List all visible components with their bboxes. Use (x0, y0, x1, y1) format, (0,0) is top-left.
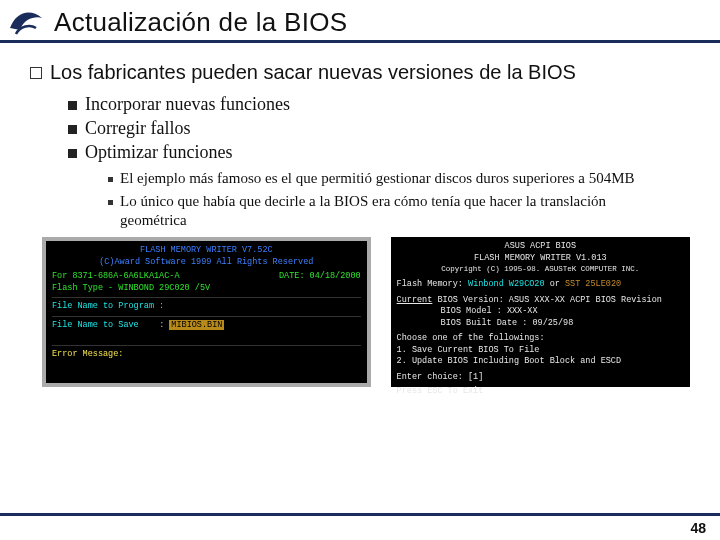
bullet-level3: Lo único que había que decirle a la BIOS… (108, 192, 672, 230)
award-title-2: (C)Award Software 1999 All Rights Reserv… (52, 257, 361, 268)
bullet-level2-text: Incorporar nuevas funciones (85, 94, 290, 115)
asus-flash-or: or (550, 279, 560, 289)
award-error-label: Error Message: (52, 349, 361, 360)
filled-square-bullet-icon (68, 125, 77, 134)
asus-flash-screenshot: ASUS ACPI BIOS FLASH MEMORY WRITER V1.01… (391, 237, 690, 387)
tiny-square-bullet-icon (108, 200, 113, 205)
asus-h1: ASUS ACPI BIOS (397, 241, 684, 252)
asus-current-label: Current (397, 295, 433, 305)
asus-bios-date: BIOS Built Date : 09/25/98 (397, 318, 684, 329)
filled-square-bullet-icon (68, 101, 77, 110)
divider (52, 345, 361, 346)
asus-flash-label: Flash Memory: (397, 279, 463, 289)
slide-content: Los fabricantes pueden sacar nuevas vers… (0, 43, 720, 387)
filled-square-bullet-icon (68, 149, 77, 158)
screenshot-row: FLASH MEMORY WRITER V7.52C (C)Award Soft… (30, 237, 702, 387)
bullet-level2-text: Optimizar funciones (85, 142, 232, 163)
footer-divider (0, 513, 720, 516)
asus-esc: Press ESC To Exit (397, 386, 684, 397)
award-save-label: File Name to Save (52, 320, 139, 330)
page-number: 48 (690, 520, 706, 536)
award-date: DATE: 04/18/2000 (279, 271, 361, 282)
asus-opt1: 1. Save Current BIOS To File (397, 345, 684, 356)
slide-title: Actualización de la BIOS (54, 7, 347, 40)
bullet-level3-text: Lo único que había que decirle a la BIOS… (120, 192, 672, 230)
bullet-level2: Corregir fallos (68, 118, 702, 139)
award-save-value: MIBIOS.BIN (169, 320, 224, 330)
bullet-level2-group: Incorporar nuevas funciones Corregir fal… (68, 94, 702, 163)
asus-flash-v2: SST 25LE020 (565, 279, 621, 289)
slide-header: Actualización de la BIOS (0, 0, 720, 43)
asus-bios-model: BIOS Model : XXX-XX (397, 306, 684, 317)
asus-enter: Enter choice: [1] (397, 372, 684, 383)
wave-logo-icon (6, 4, 50, 40)
divider (52, 297, 361, 298)
award-prog-label: File Name to Program : (52, 301, 361, 312)
award-flash-screenshot: FLASH MEMORY WRITER V7.52C (C)Award Soft… (42, 237, 371, 387)
bullet-level1-text: Los fabricantes pueden sacar nuevas vers… (50, 61, 576, 84)
award-title-1: FLASH MEMORY WRITER V7.52C (52, 245, 361, 256)
asus-opt2: 2. Update BIOS Including Boot Block and … (397, 356, 684, 367)
award-flash-type: Flash Type - WINBOND 29C020 /5V (52, 283, 361, 294)
asus-h3: Copyright (C) 1995-98. ASUSTeK COMPUTER … (397, 264, 684, 274)
bullet-level1: Los fabricantes pueden sacar nuevas vers… (30, 61, 702, 84)
bullet-level3-text: El ejemplo más famoso es el que permitió… (120, 169, 634, 188)
asus-choose: Choose one of the followings: (397, 333, 684, 344)
asus-bios-ver: BIOS Version: ASUS XXX-XX ACPI BIOS Revi… (437, 295, 661, 305)
asus-h2: FLASH MEMORY WRITER V1.013 (397, 253, 684, 264)
square-bullet-icon (30, 67, 42, 79)
bullet-level2-text: Corregir fallos (85, 118, 190, 139)
bullet-level3-group: El ejemplo más famoso es el que permitió… (108, 169, 702, 229)
divider (52, 316, 361, 317)
award-board-id: For 8371-686A-6A6LKA1AC-A (52, 271, 180, 281)
bullet-level3: El ejemplo más famoso es el que permitió… (108, 169, 672, 188)
asus-flash-v1: Winbond W29CO20 (468, 279, 545, 289)
tiny-square-bullet-icon (108, 177, 113, 182)
bullet-level2: Optimizar funciones (68, 142, 702, 163)
bullet-level2: Incorporar nuevas funciones (68, 94, 702, 115)
